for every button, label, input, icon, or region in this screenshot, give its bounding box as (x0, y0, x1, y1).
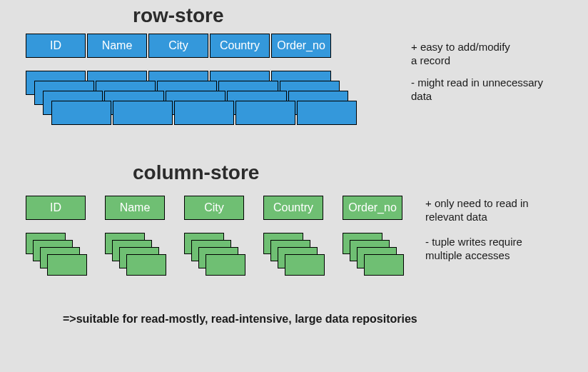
col-header-id: ID (26, 196, 86, 220)
diagram-canvas: row-store ID Name City Country Order_no … (0, 0, 588, 372)
column-store-pro-note: + only need to read in relevant data (425, 197, 529, 224)
col-header-orderno: Order_no (343, 196, 402, 220)
col-data-cell (206, 254, 245, 276)
row-store-con-note: - might read in unnecessary data (411, 76, 543, 104)
row-header-country: Country (210, 34, 270, 58)
row-header-orderno: Order_no (271, 34, 331, 58)
row-data-cell (113, 101, 173, 125)
row-header-id: ID (26, 34, 86, 58)
row-header-name: Name (87, 34, 147, 58)
col-data-cell (47, 254, 87, 276)
col-header-country: Country (263, 196, 323, 220)
col-header-city: City (184, 196, 244, 220)
row-header-city: City (148, 34, 208, 58)
row-data-cell (174, 101, 234, 125)
col-data-cell (126, 254, 166, 276)
conclusion-text: =>suitable for read-mostly, read-intensi… (63, 313, 417, 326)
row-data-cell (297, 101, 357, 125)
col-data-cell (285, 254, 325, 276)
row-store-pro-note: + easy to add/modify a record (411, 41, 510, 68)
col-header-name: Name (105, 196, 165, 220)
row-data-cell (51, 101, 111, 125)
row-store-title: row-store (133, 4, 224, 27)
col-data-cell (364, 254, 404, 276)
column-store-con-note: - tuple writes require multiple accesses (425, 236, 522, 263)
row-data-cell (235, 101, 295, 125)
column-store-title: column-store (133, 161, 259, 184)
